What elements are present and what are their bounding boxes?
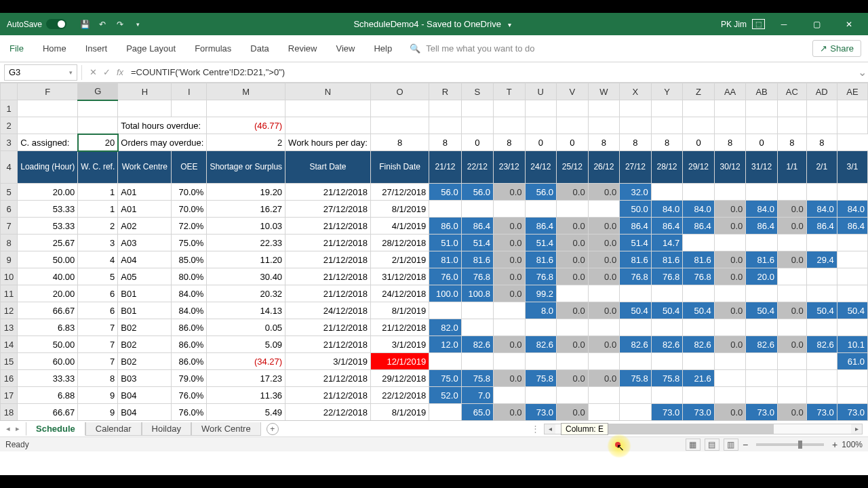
day-cell[interactable]: 75.8	[461, 370, 493, 387]
day-cell[interactable]: 81.6	[525, 251, 557, 268]
day-cell[interactable]: 82.6	[525, 336, 557, 353]
cell-loading[interactable]: 20.00	[18, 184, 78, 201]
day-cell[interactable]	[557, 387, 589, 404]
day-cell[interactable]: 82.6	[746, 336, 778, 353]
normal-view-icon[interactable]: ▦	[686, 439, 701, 451]
day-cell[interactable]: 82.6	[461, 336, 493, 353]
sheet-tab-schedule[interactable]: Schedule	[26, 422, 85, 436]
expand-formula-icon[interactable]: ⌄	[856, 66, 868, 79]
cell[interactable]	[285, 100, 371, 117]
day-cell[interactable]	[651, 353, 683, 370]
hours-cell[interactable]: 8	[651, 134, 683, 151]
day-cell[interactable]	[714, 353, 746, 370]
cell-finish[interactable]: 31/12/2018	[370, 268, 429, 285]
cell-loading[interactable]: 50.00	[18, 251, 78, 268]
cell-oee[interactable]: 70.0%	[172, 201, 207, 218]
cell-shortage[interactable]: 5.09	[207, 336, 285, 353]
day-cell[interactable]	[588, 387, 620, 404]
cell-ref[interactable]: 9	[78, 404, 118, 421]
day-cell[interactable]: 82.6	[806, 336, 837, 353]
day-cell[interactable]: 86.4	[683, 218, 715, 235]
day-cell[interactable]	[525, 319, 557, 336]
day-cell[interactable]: 0.0	[493, 235, 525, 251]
day-cell[interactable]	[461, 201, 493, 218]
cell-finish[interactable]: 2/1/2019	[370, 251, 429, 268]
day-cell[interactable]: 75.8	[651, 370, 683, 387]
day-cell[interactable]: 81.6	[620, 251, 652, 268]
cell[interactable]	[172, 100, 207, 117]
day-cell[interactable]	[746, 387, 778, 404]
day-cell[interactable]: 32.0	[620, 184, 652, 201]
day-cell[interactable]	[837, 387, 867, 404]
cell-shortage[interactable]: (34.27)	[207, 353, 285, 370]
day-cell[interactable]	[746, 370, 778, 387]
cell-shortage[interactable]: 11.20	[207, 251, 285, 268]
hours-cell[interactable]: 8	[588, 134, 620, 151]
cancel-formula-icon[interactable]: ✕	[86, 67, 100, 77]
table-header[interactable]: 26/12	[588, 151, 620, 184]
day-cell[interactable]: 21.6	[683, 370, 715, 387]
cell-centre[interactable]: B02	[118, 336, 172, 353]
day-cell[interactable]	[683, 319, 715, 336]
table-header[interactable]: 30/12	[714, 151, 746, 184]
day-cell[interactable]: 51.4	[461, 235, 493, 251]
day-cell[interactable]: 0.0	[714, 251, 746, 268]
day-cell[interactable]	[683, 235, 715, 251]
hours-cell[interactable]: 0	[557, 134, 589, 151]
day-cell[interactable]	[777, 285, 806, 302]
zoom-level[interactable]: 100%	[842, 440, 863, 449]
day-cell[interactable]: 0.0	[588, 184, 620, 201]
day-cell[interactable]: 82.6	[683, 336, 715, 353]
day-cell[interactable]	[429, 201, 461, 218]
day-cell[interactable]	[746, 319, 778, 336]
search-icon[interactable]: 🔍	[410, 43, 420, 54]
day-cell[interactable]: 73.0	[806, 404, 837, 421]
day-cell[interactable]	[493, 201, 525, 218]
hours-cell[interactable]: 8	[620, 134, 652, 151]
cell-centre[interactable]: A03	[118, 235, 172, 251]
cell-start[interactable]: 21/12/2018	[285, 285, 371, 302]
day-cell[interactable]: 81.6	[651, 251, 683, 268]
day-cell[interactable]: 0.0	[588, 302, 620, 319]
cell-loading[interactable]: 66.67	[18, 302, 78, 319]
hours-cell[interactable]: 0	[461, 134, 493, 151]
table-header[interactable]: W. C. ref.	[78, 151, 118, 184]
day-cell[interactable]	[746, 184, 778, 201]
table-header[interactable]: 31/12	[746, 151, 778, 184]
table-header[interactable]: Finish Date	[370, 151, 429, 184]
cell-loading[interactable]: 25.67	[18, 235, 78, 251]
day-cell[interactable]	[837, 268, 867, 285]
day-cell[interactable]	[806, 184, 837, 201]
col-head-Z[interactable]: Z	[683, 83, 715, 100]
cell[interactable]	[207, 100, 285, 117]
accept-formula-icon[interactable]: ✓	[100, 67, 113, 77]
day-cell[interactable]	[651, 319, 683, 336]
day-cell[interactable]	[651, 184, 683, 201]
close-button[interactable]: ✕	[835, 13, 863, 35]
day-cell[interactable]	[683, 353, 715, 370]
day-cell[interactable]: 0.0	[588, 268, 620, 285]
cell-start[interactable]: 21/12/2018	[285, 268, 371, 285]
cell[interactable]	[714, 100, 746, 117]
day-cell[interactable]: 76.8	[651, 268, 683, 285]
cell-loading[interactable]: 6.83	[18, 319, 78, 336]
day-cell[interactable]	[588, 319, 620, 336]
day-cell[interactable]	[777, 353, 806, 370]
zoom-slider[interactable]	[756, 443, 824, 446]
day-cell[interactable]: 50.4	[806, 302, 837, 319]
cell-oee[interactable]: 80.0%	[172, 268, 207, 285]
day-cell[interactable]	[806, 387, 837, 404]
cell[interactable]	[620, 100, 652, 117]
col-head-R[interactable]: R	[429, 83, 461, 100]
table-header[interactable]: 28/12	[651, 151, 683, 184]
day-cell[interactable]: 73.0	[746, 404, 778, 421]
ribbon-tab-home[interactable]: Home	[33, 35, 76, 62]
day-cell[interactable]: 84.0	[683, 201, 715, 218]
cell-start[interactable]: 24/12/2018	[285, 302, 371, 319]
select-all-button[interactable]	[1, 83, 18, 100]
day-cell[interactable]: 0.0	[493, 285, 525, 302]
hours-cell[interactable]: 8	[493, 134, 525, 151]
day-cell[interactable]	[525, 201, 557, 218]
day-cell[interactable]	[620, 285, 652, 302]
col-head-I[interactable]: I	[172, 83, 207, 100]
